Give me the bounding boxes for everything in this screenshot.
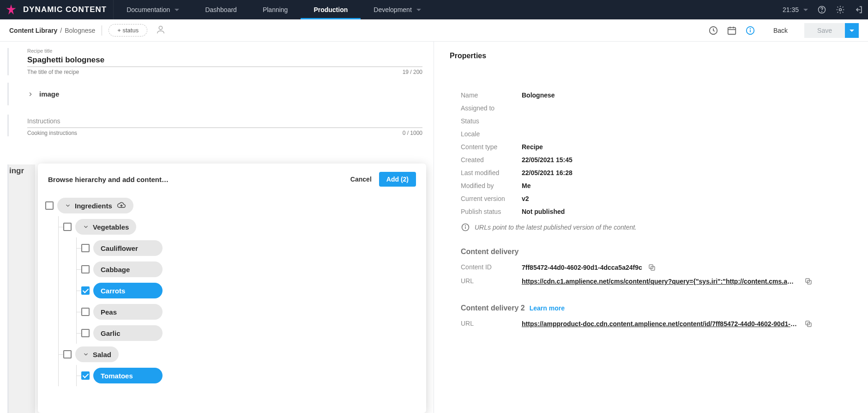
label-url2: URL (461, 320, 522, 327)
prop-label-version: Current version (461, 195, 522, 202)
settings-icon[interactable] (831, 0, 850, 19)
chip-vegetables[interactable]: Vegetables (75, 219, 136, 235)
checkbox-garlic[interactable] (81, 329, 90, 337)
chip-salad[interactable]: Salad (75, 346, 119, 362)
tree-node-cabbage: Cabbage (81, 259, 419, 280)
top-nav: DYNAMIC CONTENT Documentation Dashboard … (0, 0, 868, 19)
copy-url2-icon[interactable] (804, 320, 813, 328)
add-status-chip[interactable]: + status (108, 24, 147, 36)
prop-label-created: Created (461, 156, 522, 164)
chevron-down-icon (83, 224, 89, 230)
logout-icon[interactable] (850, 0, 868, 19)
info-panel-icon[interactable] (741, 19, 760, 41)
prop-label-ctype: Content type (461, 143, 522, 151)
nav-production[interactable]: Production (301, 0, 361, 19)
brand[interactable]: DYNAMIC CONTENT (0, 0, 114, 19)
checkbox-carrots[interactable] (81, 286, 90, 295)
section-delivery1: Content delivery (461, 248, 841, 256)
schedule-icon[interactable] (723, 19, 741, 41)
label-url1: URL (461, 277, 522, 285)
breadcrumb-leaf: Bolognese (65, 27, 95, 34)
checkbox-ingredients[interactable] (45, 201, 54, 210)
nav-items: Documentation Dashboard Planning Product… (114, 0, 434, 19)
add-button[interactable]: Add (2) (379, 172, 416, 187)
recipe-title-counter: 19 / 200 (403, 69, 422, 75)
nav-documentation[interactable]: Documentation (114, 0, 192, 19)
prop-value-publish: Not published (522, 208, 565, 215)
tree-node-vegetables: Vegetables (63, 216, 419, 237)
back-button[interactable]: Back (762, 23, 799, 38)
save-button[interactable]: Save (804, 23, 845, 38)
chip-tomatoes[interactable]: Tomatoes (93, 368, 163, 383)
nav-development[interactable]: Development (361, 0, 434, 19)
field-recipe-title: Recipe title The title of the recipe 19 … (7, 48, 434, 75)
prop-value-version: v2 (522, 195, 529, 202)
tree-node-salad: Salad (63, 344, 419, 365)
url-note: URLs point to the latest published versi… (461, 223, 841, 232)
checkbox-vegetables[interactable] (63, 223, 72, 231)
section-image[interactable]: image (7, 83, 434, 105)
cancel-button[interactable]: Cancel (350, 176, 372, 183)
prop-value-modifiedby: Me (522, 182, 530, 189)
copy-content-id-icon[interactable] (648, 263, 656, 272)
recipe-title-input[interactable] (27, 54, 422, 67)
svg-rect-5 (728, 27, 736, 34)
nav-planning[interactable]: Planning (250, 0, 301, 19)
tree-node-ingredients: Ingredients (45, 195, 419, 216)
prop-value-created: 22/05/2021 15:45 (522, 156, 573, 164)
history-icon[interactable] (704, 19, 723, 41)
section-delivery2: Content delivery 2 Learn more (461, 304, 841, 312)
link-delivery2-url[interactable]: https://ampproduct-doc.cdn.content.ampli… (522, 320, 799, 328)
prop-label-name: Name (461, 91, 522, 99)
learn-more-link[interactable]: Learn more (530, 304, 565, 312)
checkbox-cauliflower[interactable] (81, 244, 90, 252)
svg-point-9 (465, 225, 466, 226)
recipe-title-help: The title of the recipe (27, 69, 79, 75)
chevron-right-icon (27, 91, 34, 97)
tree-node-tomatoes: Tomatoes (81, 365, 419, 386)
body: Recipe title The title of the recipe 19 … (0, 42, 868, 413)
assignee-icon[interactable] (156, 24, 166, 36)
nav-dashboard[interactable]: Dashboard (192, 0, 250, 19)
prop-label-publish: Publish status (461, 208, 522, 215)
editor-panel: Recipe title The title of the recipe 19 … (0, 42, 434, 413)
prop-label-modified: Last modified (461, 169, 522, 176)
help-icon[interactable] (813, 0, 831, 19)
brand-name: DYNAMIC CONTENT (23, 5, 107, 14)
chip-cabbage[interactable]: Cabbage (93, 261, 163, 277)
prop-label-modifiedby: Modified by (461, 182, 522, 189)
copy-url1-icon[interactable] (804, 277, 813, 285)
hierarchy-tree[interactable]: Ingredients Vegetables (38, 193, 426, 413)
chevron-down-icon (65, 202, 71, 209)
brand-logo-icon (5, 3, 18, 16)
chip-peas[interactable]: Peas (93, 304, 163, 320)
info-icon (461, 223, 470, 232)
divider (102, 25, 102, 36)
save-menu-caret[interactable] (845, 23, 859, 38)
checkbox-peas[interactable] (81, 308, 90, 316)
image-section-label: image (39, 90, 59, 98)
dialog-title: Browse hierarchy and add content… (48, 176, 169, 183)
tree-children-vegetables: Cauliflower Cabbage Carrots Peas (76, 237, 419, 344)
time-display[interactable]: 21:35 (778, 6, 813, 13)
chevron-down-icon (83, 351, 89, 358)
prop-value-modified: 22/05/2021 16:28 (522, 169, 573, 176)
cloud-sync-icon (117, 201, 126, 210)
link-delivery1-url[interactable]: https://cdn.c1.amplience.net/cms/content… (522, 278, 799, 285)
chip-cauliflower[interactable]: Cauliflower (93, 240, 163, 256)
checkbox-cabbage[interactable] (81, 265, 90, 273)
svg-point-7 (750, 28, 750, 29)
checkbox-salad[interactable] (63, 350, 72, 358)
prop-value-name: Bolognese (522, 91, 555, 99)
prop-label-locale: Locale (461, 130, 522, 138)
chip-garlic[interactable]: Garlic (93, 325, 163, 341)
chip-carrots[interactable]: Carrots (93, 283, 163, 298)
chip-ingredients[interactable]: Ingredients (57, 198, 133, 213)
tree-node-peas: Peas (81, 301, 419, 322)
svg-point-3 (839, 9, 842, 11)
checkbox-tomatoes[interactable] (81, 371, 90, 380)
instructions-input[interactable]: Instructions (27, 115, 422, 128)
properties-title: Properties (434, 42, 868, 70)
breadcrumb-root[interactable]: Content Library (9, 27, 57, 34)
label-content-id: Content ID (461, 263, 522, 271)
